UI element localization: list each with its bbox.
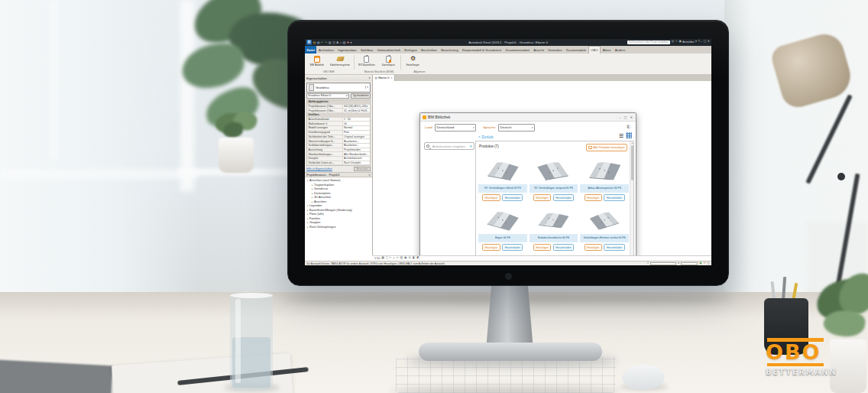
help-search-input[interactable] — [627, 41, 670, 45]
download-product-button[interactable]: Herunterladen — [502, 194, 523, 200]
ribbon-tab[interactable]: Einfügen — [403, 46, 419, 54]
product-card[interactable]: 90°-Vertikalbögen steigend 60 FS Hinzufü… — [530, 154, 578, 203]
crop-region-icon[interactable]: ▥ — [400, 257, 403, 260]
close-icon[interactable]: ✕ — [368, 174, 371, 177]
signin-label[interactable]: Anmelden — [682, 41, 694, 44]
scrollbar-thumb[interactable] — [631, 145, 633, 180]
tree-item[interactable]: Revit-Verknüpfungen — [305, 225, 372, 229]
temporary-hide-icon[interactable]: ◉ — [404, 257, 406, 260]
qat-dropdown-icon[interactable]: ▾ — [351, 41, 352, 44]
chevron-down-icon[interactable]: ▾ — [678, 262, 679, 265]
shadows-icon[interactable]: ◒ — [393, 257, 394, 260]
close-icon[interactable]: ✕ — [708, 41, 710, 44]
search-icon[interactable]: ◎ — [672, 41, 674, 44]
ribbon-tab[interactable]: Gebäudetechnik — [375, 46, 403, 54]
select-toggle-icon[interactable]: ◫ — [708, 262, 710, 265]
article-search-input[interactable] — [432, 145, 466, 148]
language-select[interactable]: Deutsch ▾ — [498, 124, 535, 132]
download-product-button[interactable]: Herunterladen — [604, 244, 624, 250]
visual-style-icon[interactable]: ◻ — [386, 257, 388, 260]
maximize-icon[interactable]: ▢ — [624, 115, 627, 119]
download-product-button[interactable]: Herunterladen — [553, 244, 574, 250]
grid-view-icon[interactable] — [626, 132, 632, 138]
type-selector[interactable]: Grundriss ▾ — [306, 83, 371, 93]
download-product-button[interactable]: Herunterladen — [553, 194, 574, 200]
ribbon-tab[interactable]: Architektur — [316, 46, 335, 54]
workset-select[interactable] — [650, 262, 676, 265]
product-card[interactable]: Endabschlussbleche 60 FS Hinzufügen Heru… — [530, 203, 578, 252]
close-icon[interactable]: ✕ — [368, 76, 371, 80]
constraints-icon[interactable]: ◩ — [416, 257, 419, 260]
account-icon[interactable]: ◉ — [679, 41, 681, 44]
reveal-hidden-icon[interactable]: ◎ — [408, 257, 410, 260]
download-product-button[interactable]: Herunterladen — [502, 244, 523, 250]
measure-icon[interactable]: ◳ — [332, 41, 335, 44]
back-link[interactable]: < Zurück — [478, 135, 494, 139]
ribbon-tab[interactable]: Körpermodell & Grundstück — [460, 46, 504, 54]
ribbon-tab[interactable]: OBO — [588, 46, 601, 54]
detail-level-icon[interactable]: ▦ — [381, 257, 384, 260]
revit-app-icon[interactable]: R — [306, 40, 312, 45]
quick-access-toolbar[interactable]: R ▤ ▦ ↶ ↷ ▥ ◳ A ⌂ ▧ ✚ ▾ — [306, 40, 352, 45]
add-product-button[interactable]: Hinzufügen — [533, 194, 551, 200]
restore-icon[interactable]: ▢ — [704, 41, 707, 44]
add-product-button[interactable]: Hinzufügen — [533, 244, 551, 250]
sun-path-icon[interactable]: ◐ — [390, 257, 391, 260]
open-icon[interactable]: ▤ — [313, 41, 316, 44]
daten-export-button[interactable]: Daten-Export — [378, 54, 399, 67]
ribbon-tab[interactable]: Berechnung — [439, 46, 461, 54]
worksharing-icon[interactable]: ◧ — [413, 257, 416, 260]
ribbon-tab[interactable]: Ansicht — [532, 46, 546, 54]
ribbon-tab[interactable]: Ingenieurbau — [336, 46, 359, 54]
ribbon-tab[interactable]: Beschriften — [419, 46, 439, 54]
add-product-button[interactable]: Hinzufügen — [482, 244, 500, 250]
add-product-button[interactable]: Hinzufügen — [585, 194, 602, 200]
close-icon[interactable]: ✕ — [630, 115, 633, 119]
add-all-products-button[interactable]: + Alle Produkte hinzufügen — [586, 144, 627, 151]
save-icon[interactable]: ▦ — [317, 41, 320, 44]
minimize-icon[interactable]: – — [701, 41, 702, 44]
close-tab-icon[interactable]: ✕ — [390, 76, 393, 80]
list-view-icon[interactable]: ☰ — [619, 133, 623, 138]
filter-icon[interactable]: ▽ — [647, 262, 649, 265]
scale-label[interactable]: 1:50 — [374, 257, 380, 260]
download-product-button[interactable]: Herunterladen — [604, 194, 624, 200]
kabelrinnensysteme-button[interactable]: Kabelrinnensysteme — [329, 54, 352, 67]
undo-icon[interactable]: ↶ — [321, 41, 323, 44]
ribbon-tab[interactable]: Zusatzmodule — [564, 46, 588, 54]
minimize-icon[interactable]: – — [619, 115, 620, 119]
crop-view-icon[interactable]: ▱ — [397, 257, 399, 260]
article-search-box[interactable]: | ✕ — [424, 142, 474, 150]
ribbon-tab[interactable]: Datei — [305, 46, 316, 54]
apply-button[interactable]: Anwenden — [354, 167, 371, 171]
product-card[interactable]: Anbau-Abzweigstücke 60 FS Hinzufügen Her… — [580, 154, 629, 203]
scroll-up-icon[interactable]: ▴ — [630, 141, 634, 145]
exclude-options-icon[interactable]: ✦ — [704, 262, 706, 265]
ribbon-tab[interactable]: Ändern — [613, 46, 627, 54]
bim-bibliothek-button[interactable]: BIM Bibliothek — [306, 54, 327, 67]
ribbon-tab[interactable]: Altere — [601, 46, 613, 54]
add-product-button[interactable]: Hinzufügen — [585, 244, 602, 250]
redo-icon[interactable]: ↷ — [325, 41, 327, 44]
help-icon[interactable]: ? — [698, 41, 699, 44]
dialog-titlebar[interactable]: BIM Bibliothek — [420, 113, 636, 122]
clear-search-icon[interactable]: ✕ — [469, 145, 472, 148]
caret-icon[interactable]: ▾ — [695, 41, 697, 44]
add-product-button[interactable]: Hinzufügen — [482, 194, 500, 200]
view-selector[interactable]: Grundriss: Ebene 0 ∨ — [306, 93, 349, 99]
section-icon[interactable]: ▧ — [342, 41, 345, 44]
products-scrollbar[interactable]: ▴ ▾ — [630, 141, 633, 265]
product-card[interactable]: Bögen 60 FS Hinzufügen Herunterladen — [478, 203, 527, 252]
rvt-bauteillisten-button[interactable]: RVT-Bauteillisten — [356, 54, 377, 67]
view-tab[interactable]: ▤ Ebene 0 ✕ — [373, 75, 395, 81]
options-icon[interactable]: ◧ — [626, 124, 631, 129]
text-icon[interactable]: A — [336, 41, 338, 44]
ribbon-tab[interactable]: Verwalten — [546, 46, 564, 54]
3d-view-icon[interactable]: ⌂ — [340, 41, 342, 44]
print-icon[interactable]: ▥ — [329, 41, 332, 44]
thin-lines-icon[interactable]: ✚ — [347, 41, 349, 44]
country-select[interactable]: Deutschland ▾ — [435, 124, 476, 132]
einstellungen-button[interactable]: ⚙ Einstellungen — [403, 54, 423, 67]
product-card[interactable]: 90°-Vertikalbögen fallend 60 FS Hinzufüg… — [478, 154, 527, 203]
properties-help-link[interactable]: Hilfe zu Eigenschaften — [306, 167, 332, 171]
